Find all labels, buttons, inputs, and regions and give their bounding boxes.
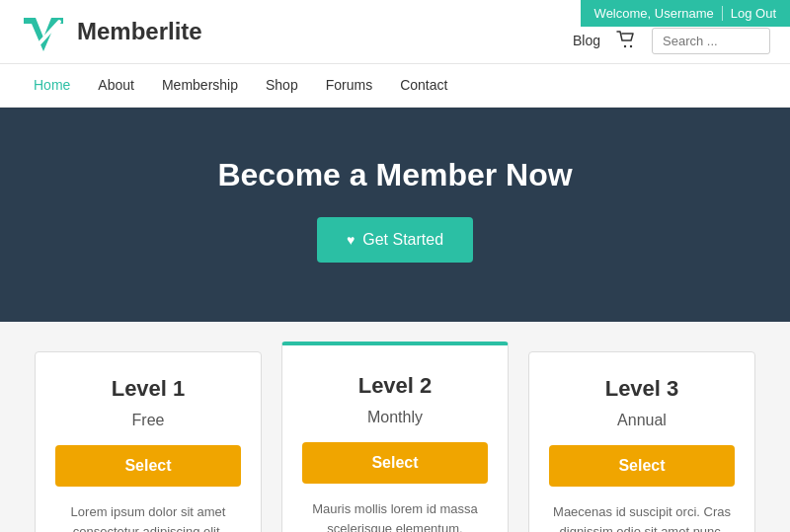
pricing-card-level2: Level 2 Monthly Select Mauris mollis lor… xyxy=(281,342,509,532)
svg-point-3 xyxy=(630,44,632,46)
card3-price: Annual xyxy=(549,412,735,429)
nav-item-about[interactable]: About xyxy=(84,64,148,108)
welcome-strip: Welcome, Username Log Out xyxy=(581,0,790,27)
nav-item-contact[interactable]: Contact xyxy=(386,64,461,108)
nav-item-membership[interactable]: Membership xyxy=(148,64,252,108)
card2-select-button[interactable]: Select xyxy=(302,442,488,484)
logo-icon xyxy=(20,8,67,55)
hero-section: Become a Member Now ♥ Get Started xyxy=(0,108,790,322)
card1-title: Level 1 xyxy=(55,376,241,402)
nav-item-forums[interactable]: Forums xyxy=(312,64,386,108)
card2-price: Monthly xyxy=(302,409,488,426)
welcome-text: Welcome, Username xyxy=(594,6,714,21)
card1-select-button[interactable]: Select xyxy=(55,445,241,487)
get-started-button[interactable]: ♥ Get Started xyxy=(317,217,473,263)
page-wrapper: Welcome, Username Log Out Memberlite Blo… xyxy=(0,0,790,532)
cart-icon[interactable] xyxy=(616,31,636,51)
pricing-section: Level 1 Free Select Lorem ipsum dolor si… xyxy=(0,322,790,532)
top-bar: Welcome, Username Log Out Memberlite Blo… xyxy=(0,0,790,64)
pricing-card-level1: Level 1 Free Select Lorem ipsum dolor si… xyxy=(35,351,262,532)
card1-description: Lorem ipsum dolor sit amet consectetur a… xyxy=(55,502,241,532)
nav-item-shop[interactable]: Shop xyxy=(252,64,312,108)
card3-title: Level 3 xyxy=(549,376,735,402)
top-right-nav: Blog xyxy=(573,28,770,54)
nav-item-home[interactable]: Home xyxy=(20,64,84,108)
hero-title: Become a Member Now xyxy=(20,157,770,193)
card2-description: Mauris mollis lorem id massa scelerisque… xyxy=(302,499,488,532)
heart-icon: ♥ xyxy=(347,232,355,248)
card3-select-button[interactable]: Select xyxy=(549,445,735,487)
pricing-card-level3: Level 3 Annual Select Maecenas id suscip… xyxy=(528,351,755,532)
blog-link[interactable]: Blog xyxy=(573,33,600,48)
nav-bar: Home About Membership Shop Forums Contac… xyxy=(0,64,790,108)
logo-area: Memberlite xyxy=(20,8,202,55)
card2-title: Level 2 xyxy=(302,373,488,399)
card3-description: Maecenas id suscipit orci. Cras dignissi… xyxy=(549,502,735,532)
logo-text: Memberlite xyxy=(77,18,202,45)
logout-link[interactable]: Log Out xyxy=(722,6,776,21)
svg-point-2 xyxy=(624,44,626,46)
card1-price: Free xyxy=(55,412,241,429)
get-started-label: Get Started xyxy=(362,231,443,249)
search-input[interactable] xyxy=(652,28,770,54)
